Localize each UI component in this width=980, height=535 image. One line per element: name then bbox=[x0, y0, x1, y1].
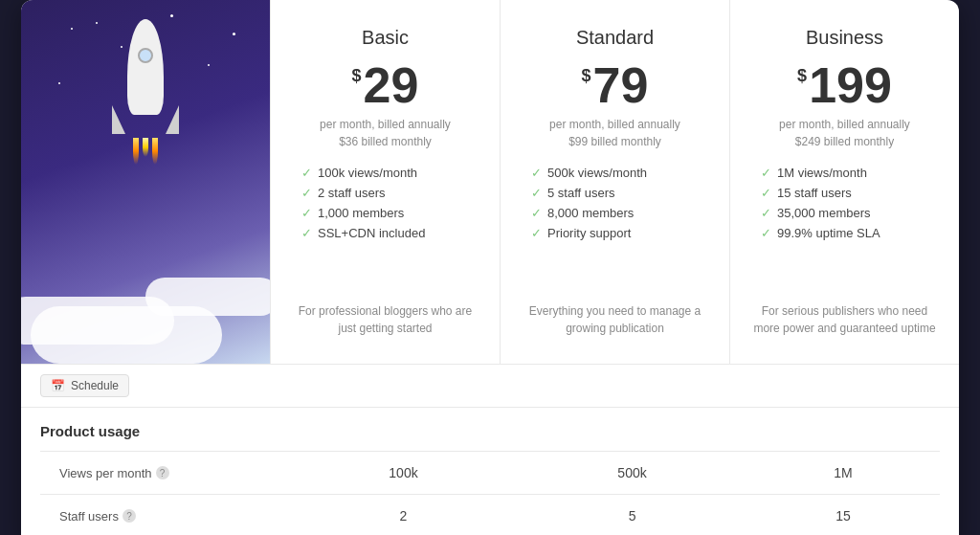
feature-item: ✓35,000 members bbox=[761, 206, 936, 220]
feature-item: ✓1,000 members bbox=[301, 206, 477, 220]
plan-standard: Standard $ 79 per month, billed annually… bbox=[500, 0, 729, 364]
plan-standard-name: Standard bbox=[576, 27, 654, 49]
plan-business-description: For serious publishers who need more pow… bbox=[753, 302, 936, 337]
help-icon[interactable]: ? bbox=[156, 466, 169, 479]
top-section: Basic $ 29 per month, billed annually $3… bbox=[21, 0, 959, 365]
check-icon: ✓ bbox=[761, 186, 771, 200]
hero-panel bbox=[21, 0, 270, 364]
plan-business-price: $ 199 bbox=[797, 60, 892, 110]
check-icon: ✓ bbox=[531, 226, 542, 240]
plan-business: Business $ 199 per month, billed annuall… bbox=[729, 0, 959, 364]
plan-standard-description: Everything you need to manage a growing … bbox=[523, 302, 706, 337]
check-icon: ✓ bbox=[531, 166, 542, 180]
plan-standard-amount: 79 bbox=[593, 60, 649, 110]
plan-standard-features: ✓500k views/month ✓5 staff users ✓8,000 … bbox=[523, 166, 706, 246]
plan-standard-billing: per month, billed annually $99 billed mo… bbox=[549, 116, 680, 150]
bottom-section: 📅 Schedule Product usage Views per month… bbox=[21, 365, 959, 535]
usage-standard-views: 500k bbox=[518, 452, 746, 495]
plan-business-amount: 199 bbox=[809, 60, 892, 110]
feature-item: ✓Priority support bbox=[531, 226, 706, 240]
usage-section: Product usage Views per month ? 100k 500… bbox=[21, 408, 959, 535]
plan-basic-price: $ 29 bbox=[352, 60, 419, 110]
feature-item: ✓100k views/month bbox=[301, 166, 477, 180]
plan-business-features: ✓1M views/month ✓15 staff users ✓35,000 … bbox=[753, 166, 936, 246]
clouds-decoration bbox=[21, 249, 270, 364]
feature-item: ✓SSL+CDN included bbox=[301, 226, 477, 240]
feature-item: ✓500k views/month bbox=[531, 166, 706, 180]
usage-row-label: Views per month ? bbox=[40, 452, 289, 495]
feature-item: ✓1M views/month bbox=[761, 166, 936, 180]
feature-item: ✓5 staff users bbox=[531, 186, 706, 200]
plan-basic-billing: per month, billed annually $36 billed mo… bbox=[320, 116, 451, 150]
plan-basic-description: For professional bloggers who are just g… bbox=[294, 302, 477, 337]
usage-basic-views: 100k bbox=[289, 452, 518, 495]
usage-business-views: 1M bbox=[746, 452, 940, 495]
check-icon: ✓ bbox=[531, 206, 542, 220]
plan-standard-price: $ 79 bbox=[582, 60, 649, 110]
plan-business-billing: per month, billed annually $249 billed m… bbox=[779, 116, 910, 150]
rocket-illustration bbox=[112, 19, 179, 172]
schedule-button[interactable]: 📅 Schedule bbox=[40, 374, 129, 397]
plan-business-dollar: $ bbox=[797, 66, 807, 86]
plan-basic-dollar: $ bbox=[352, 66, 362, 86]
feature-item: ✓8,000 members bbox=[531, 206, 706, 220]
calendar-icon: 📅 bbox=[51, 379, 65, 392]
check-icon: ✓ bbox=[761, 206, 771, 220]
usage-row-label: Staff users ? bbox=[40, 495, 289, 536]
check-icon: ✓ bbox=[301, 226, 312, 240]
product-usage-title: Product usage bbox=[40, 423, 940, 451]
plan-business-name: Business bbox=[806, 27, 883, 49]
feature-item: ✓15 staff users bbox=[761, 186, 936, 200]
usage-business-staff: 15 bbox=[746, 495, 940, 536]
table-row: Views per month ? 100k 500k 1M bbox=[40, 452, 940, 495]
pricing-card: Basic $ 29 per month, billed annually $3… bbox=[21, 0, 959, 535]
plan-standard-dollar: $ bbox=[582, 66, 591, 86]
check-icon: ✓ bbox=[531, 186, 542, 200]
usage-standard-staff: 5 bbox=[518, 495, 746, 536]
check-icon: ✓ bbox=[761, 166, 771, 180]
check-icon: ✓ bbox=[301, 166, 312, 180]
check-icon: ✓ bbox=[301, 206, 312, 220]
plan-basic-amount: 29 bbox=[364, 60, 419, 110]
check-icon: ✓ bbox=[761, 226, 771, 240]
check-icon: ✓ bbox=[301, 186, 312, 200]
usage-basic-staff: 2 bbox=[289, 495, 518, 536]
help-icon[interactable]: ? bbox=[122, 509, 136, 523]
feature-item: ✓99.9% uptime SLA bbox=[761, 226, 936, 240]
schedule-bar: 📅 Schedule bbox=[21, 365, 959, 408]
plan-basic-name: Basic bbox=[362, 27, 409, 49]
usage-table: Views per month ? 100k 500k 1M Staff use… bbox=[40, 451, 940, 535]
table-row: Staff users ? 2 5 15 bbox=[40, 495, 940, 536]
feature-item: ✓2 staff users bbox=[301, 186, 477, 200]
plan-basic: Basic $ 29 per month, billed annually $3… bbox=[270, 0, 500, 364]
plan-columns: Basic $ 29 per month, billed annually $3… bbox=[270, 0, 959, 364]
plan-basic-features: ✓100k views/month ✓2 staff users ✓1,000 … bbox=[294, 166, 477, 246]
